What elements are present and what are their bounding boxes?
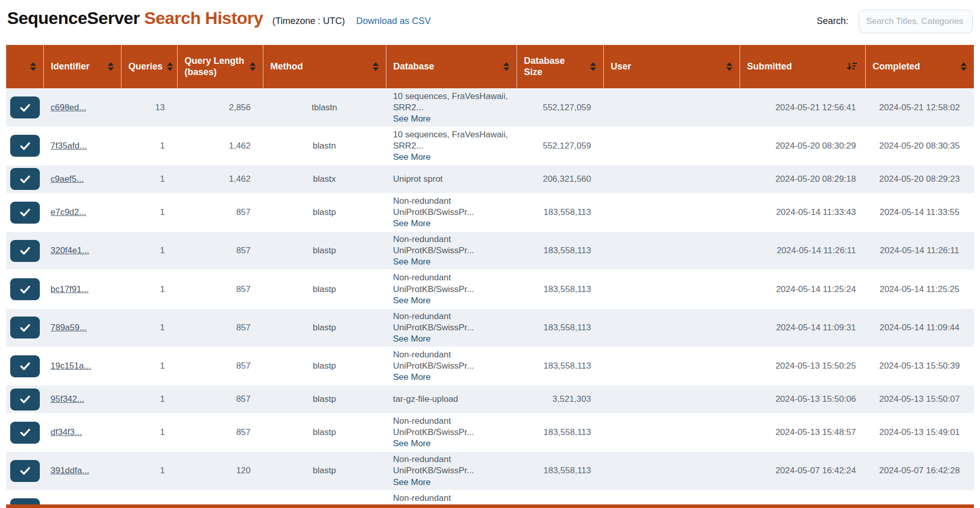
cell-method: blastp [263,193,386,231]
col-header-query_length[interactable]: Query Length (bases) [177,45,263,88]
col-header-user[interactable]: User [603,45,740,88]
table-row: 789a59...1857blastpNon-redundant UniProt… [6,308,974,347]
cell-queries: 1 [121,165,177,193]
cell-qlen: 120 [177,452,263,490]
col-header-completed[interactable]: Completed [865,45,974,88]
cell-subm: 2024-05-14 11:25:24 [740,270,865,308]
cell-select [6,165,43,193]
table-header-row: IdentifierQueriesQuery Length (bases)Met… [6,45,974,88]
database-name: Non-redundant UniProtKB/SwissPr... [393,349,509,372]
search-area: Search: [817,10,973,33]
cell-qlen: 857 [177,232,263,270]
cell-compl: 2024-05-21 12:58:02 [865,88,974,127]
row-checkbox[interactable] [10,389,40,410]
col-header-method[interactable]: Method [263,45,386,88]
cell-qlen: 857 [177,270,263,308]
database-name: Non-redundant UniProtKB/SwissPr... [393,454,509,476]
database-name: Non-redundant UniProtKB/SwissPr... [393,272,509,295]
row-checkbox[interactable] [10,278,40,300]
cell-qlen: 857 [177,385,263,414]
cell-qlen: 1,462 [177,165,263,193]
col-header-identifier[interactable]: Identifier [43,45,121,88]
cell-qlen: 857 [177,347,263,385]
row-checkbox[interactable] [10,240,40,262]
sort-icon[interactable] [167,62,173,71]
col-header-database_size[interactable]: Database Size [517,45,603,88]
cell-subm: 2024-05-13 15:50:25 [740,347,865,385]
identifier-link[interactable]: 7f35afd... [51,141,87,151]
cell-db: Non-redundant UniProtKB/SwissPr...See Mo… [386,193,517,231]
sort-icon[interactable] [503,62,509,71]
row-checkbox[interactable] [10,422,40,444]
identifier-link[interactable]: 789a59... [51,323,87,332]
cell-subm: 2024-05-13 15:50:06 [740,385,865,414]
row-checkbox[interactable] [10,355,40,377]
cell-dbsize: 183,558,113 [517,308,603,347]
database-name: tar-gz-file-upload [393,394,509,405]
row-checkbox[interactable] [10,317,40,338]
cell-queries: 1 [121,270,177,308]
sort-icon[interactable] [726,62,732,71]
col-header-label: Query Length (bases) [185,55,246,78]
checkmark-icon [17,321,33,334]
cell-compl: 2024-05-13 15:50:39 [865,347,974,385]
cell-compl: 2024-05-20 08:29:23 [865,165,974,193]
identifier-link[interactable]: 95f342... [51,394,84,404]
identifier-link[interactable]: df34f3... [51,427,82,437]
cell-dbsize: 3,521,303 [517,385,603,414]
cell-qlen: 857 [177,414,263,452]
sort-icon[interactable] [250,62,256,71]
col-header-submitted[interactable]: Submitted [740,45,865,88]
identifier-link[interactable]: 320f4e1... [51,246,89,255]
identifier-link[interactable]: 391ddfa... [51,466,89,475]
col-header-database[interactable]: Database [386,45,517,88]
download-csv-link[interactable]: Download as CSV [356,16,431,27]
cell-db: Non-redundant UniProtKB/SwissPr...See Mo… [386,232,517,270]
cell-select [6,232,43,270]
see-more-link[interactable]: See More [393,256,431,268]
see-more-link[interactable]: See More [393,152,431,163]
identifier-link[interactable]: c9aef5... [51,174,84,184]
see-more-link[interactable]: See More [393,218,431,229]
identifier-link[interactable]: e7c9d2... [51,207,86,217]
cell-select [6,193,43,231]
table-row: 320f4e1...1857blastpNon-redundant UniPro… [6,232,974,270]
see-more-link[interactable]: See More [393,477,431,488]
sort-icon[interactable] [961,62,967,71]
sort-icon[interactable] [590,62,596,71]
cell-method: blastp [263,347,386,385]
table-row: 19c151a...1857blastpNon-redundant UniPro… [6,347,974,385]
cell-compl: 2024-05-14 11:33:55 [865,193,974,231]
see-more-link[interactable]: See More [393,333,431,345]
row-checkbox[interactable] [10,96,40,118]
sort-icon[interactable] [373,62,379,71]
col-header-label: Submitted [747,61,792,72]
see-more-link[interactable]: See More [393,113,431,125]
identifier-link[interactable]: c698ed... [51,103,86,112]
search-input[interactable] [859,10,973,33]
identifier-link[interactable]: 19c151a... [51,361,91,371]
cell-db: Non-redundant UniProtKB/SwissPr...See Mo… [386,452,517,490]
row-checkbox[interactable] [10,202,40,224]
col-header-label: Database [394,61,434,72]
sort-descending-icon[interactable] [846,61,858,71]
cell-select [6,452,43,490]
cell-dbsize: 183,558,113 [517,452,603,490]
identifier-link[interactable]: bc17f91... [51,284,89,294]
see-more-link[interactable]: See More [393,438,431,449]
row-checkbox[interactable] [10,135,40,157]
checkmark-icon [17,359,33,373]
cell-user [603,347,740,385]
row-checkbox[interactable] [10,168,40,190]
sort-icon[interactable] [108,62,114,71]
col-header-select[interactable] [6,45,43,88]
see-more-link[interactable]: See More [393,295,431,306]
cell-user [603,414,740,452]
table-row: df34f3...1857blastpNon-redundant UniProt… [6,414,974,452]
cell-subm: 2024-05-07 16:42:24 [740,452,865,490]
see-more-link[interactable]: See More [393,372,431,383]
cell-ident: bc17f91... [43,270,121,308]
sort-icon[interactable] [30,62,36,71]
row-checkbox[interactable] [10,460,40,482]
col-header-queries[interactable]: Queries [121,45,177,88]
